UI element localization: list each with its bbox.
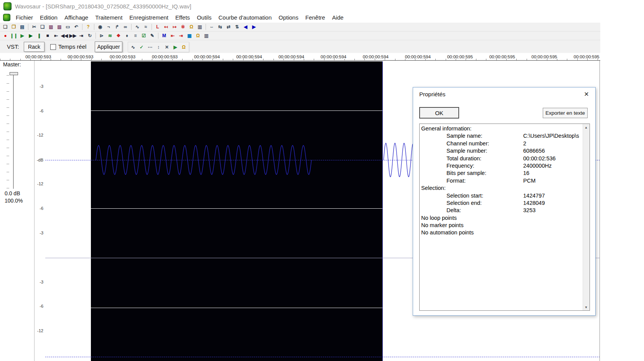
property-label: General information: bbox=[421, 125, 471, 132]
document-icon[interactable] bbox=[3, 14, 10, 21]
menu-fenetre[interactable]: Fenêtre bbox=[302, 13, 329, 22]
menu-enregistrement[interactable]: Enregistrement bbox=[126, 13, 172, 22]
new-file-icon[interactable]: ❏ bbox=[1, 23, 10, 31]
vst-play-icon[interactable]: ▶ bbox=[171, 43, 180, 51]
master-fader-track[interactable] bbox=[13, 74, 14, 189]
batch-icon[interactable]: ☑ bbox=[140, 32, 148, 40]
vst-apply-button[interactable]: Appliquer bbox=[95, 41, 122, 52]
play-icon[interactable]: ▶ bbox=[26, 32, 35, 40]
menu-effets[interactable]: Effets bbox=[172, 13, 193, 22]
selection-end-cursor[interactable] bbox=[382, 61, 383, 361]
realtime-checkbox-label[interactable]: Temps réel bbox=[58, 43, 86, 50]
menu-aide[interactable]: Aide bbox=[329, 13, 347, 22]
vst-wave-icon[interactable]: ∿ bbox=[129, 43, 137, 51]
timeline-ruler[interactable]: 00:00:00:593 00:00:00:593 00:00:00:593 0… bbox=[0, 53, 600, 61]
mute-icon[interactable]: ◉ bbox=[96, 23, 104, 31]
marker-l-icon[interactable]: L bbox=[153, 23, 162, 31]
rewind-icon[interactable]: ◀◀ bbox=[60, 32, 69, 40]
menu-options[interactable]: Options bbox=[275, 13, 302, 22]
spectrum-icon[interactable]: ≋ bbox=[106, 32, 114, 40]
master-label: Master: bbox=[3, 61, 21, 68]
pause-alt-icon[interactable]: ∥ bbox=[35, 32, 43, 40]
trash-icon[interactable]: ▥ bbox=[202, 32, 211, 40]
master-fader-handle[interactable] bbox=[10, 72, 18, 75]
property-value: 2 bbox=[523, 140, 526, 147]
app-window: Wavosaur - [SDRSharp_20180430_072508Z_43… bbox=[0, 0, 600, 361]
paste-mix-icon[interactable]: ▧ bbox=[55, 23, 64, 31]
eq-icon[interactable]: ≡ bbox=[131, 32, 140, 40]
zoom-out-icon[interactable]: ⇄ bbox=[224, 23, 233, 31]
out-point-icon[interactable]: ⇥ bbox=[177, 32, 185, 40]
marker-grid-icon[interactable]: ※ bbox=[179, 23, 187, 31]
wave-zoom-icon[interactable]: ≈ bbox=[142, 23, 150, 31]
filter-icon[interactable]: ♦ bbox=[123, 32, 131, 40]
menu-affichage[interactable]: Affichage bbox=[61, 13, 92, 22]
marker-right-icon[interactable]: ↦ bbox=[170, 23, 179, 31]
ok-button[interactable]: OK bbox=[419, 107, 459, 119]
wave-select-icon[interactable]: ∿ bbox=[133, 23, 142, 31]
vst-updown-icon[interactable]: ↕ bbox=[154, 43, 163, 51]
midi-icon[interactable]: M bbox=[160, 32, 168, 40]
db-scale-label: -6 bbox=[40, 304, 43, 308]
prop-selection-header: Selection: bbox=[420, 185, 583, 192]
vst-dots-icon[interactable]: ⋯ bbox=[146, 43, 154, 51]
scroll-up-icon[interactable]: ▴ bbox=[583, 124, 589, 130]
db-scale-label: -dB bbox=[37, 158, 43, 162]
properties-dialog: Propriétés ✕ OK Exporter en texte Genera… bbox=[413, 87, 596, 316]
menu-outils[interactable]: Outils bbox=[193, 13, 215, 22]
menu-edition[interactable]: Edition bbox=[36, 13, 61, 22]
db-scale-label: -12 bbox=[37, 328, 43, 333]
next-view-icon[interactable]: ▶ bbox=[250, 23, 258, 31]
menu-courbe-automation[interactable]: Courbe d'automation bbox=[215, 13, 275, 22]
stats-icon[interactable]: ❖ bbox=[114, 32, 123, 40]
prop-sample-name: Sample name: C:\Users\JP\Desktop\s bbox=[420, 133, 583, 140]
save-file-icon[interactable]: ▤ bbox=[18, 23, 26, 31]
vst-rack-button[interactable]: Rack bbox=[24, 42, 44, 52]
pan-icon[interactable]: ¬ bbox=[104, 23, 113, 31]
cut-icon[interactable]: ✂ bbox=[30, 23, 38, 31]
prev-view-icon[interactable]: ◀ bbox=[241, 23, 250, 31]
draw-icon[interactable]: ✎ bbox=[148, 32, 156, 40]
app-logo-icon bbox=[3, 2, 12, 10]
loop-icon[interactable]: ↻ bbox=[86, 32, 94, 40]
menu-fichier[interactable]: Fichier bbox=[12, 13, 36, 22]
property-label: No automation points bbox=[421, 229, 474, 236]
colors-icon[interactable]: ▦ bbox=[185, 32, 194, 40]
export-text-button[interactable]: Exporter en texte bbox=[543, 108, 588, 118]
stop-icon[interactable]: ■ bbox=[43, 32, 52, 40]
zoom-vertical-icon[interactable]: ⇅ bbox=[233, 23, 241, 31]
scroll-down-icon[interactable]: ▾ bbox=[583, 304, 589, 310]
vst-lock-icon[interactable]: Ω bbox=[180, 43, 188, 51]
prop-delta: Delta: 3253 bbox=[420, 207, 583, 214]
master-db-value: 0.0 dB bbox=[5, 190, 20, 196]
help-icon[interactable]: ? bbox=[84, 23, 92, 31]
property-label: Sample name: bbox=[446, 133, 483, 139]
marker-left-icon[interactable]: ↤ bbox=[162, 23, 170, 31]
play-file-icon[interactable]: ⊳ bbox=[97, 32, 106, 40]
record-icon[interactable]: ● bbox=[1, 32, 10, 40]
trim-icon[interactable]: ▭ bbox=[64, 23, 72, 31]
lock-markers-icon[interactable]: Ω bbox=[187, 23, 196, 31]
go-end-icon[interactable]: ⇥ bbox=[77, 32, 86, 40]
copy-icon[interactable]: ❑ bbox=[38, 23, 47, 31]
zoom-selection-icon[interactable]: ⇔ bbox=[208, 23, 216, 31]
close-icon[interactable]: ✕ bbox=[581, 89, 591, 99]
zoom-in-icon[interactable]: ⇆ bbox=[216, 23, 224, 31]
delete-markers-icon[interactable]: ▥ bbox=[196, 23, 204, 31]
pause-icon[interactable]: ❙❙ bbox=[10, 32, 18, 40]
dialog-scrollbar[interactable]: ▴ ▾ bbox=[583, 124, 590, 310]
vst-check-icon[interactable]: ✓ bbox=[137, 43, 146, 51]
vst-close-icon[interactable]: ✕ bbox=[163, 43, 171, 51]
paste-icon[interactable]: ▨ bbox=[47, 23, 55, 31]
in-point-icon[interactable]: ⇤ bbox=[168, 32, 177, 40]
go-start-icon[interactable]: ⇤ bbox=[52, 32, 60, 40]
lock-icon[interactable]: Ω bbox=[194, 32, 202, 40]
link-icon[interactable]: ∞ bbox=[121, 23, 130, 31]
forward-icon[interactable]: ▶▶ bbox=[69, 32, 77, 40]
play-pause-icon[interactable]: ▶ bbox=[18, 32, 26, 40]
open-file-icon[interactable]: ❐ bbox=[10, 23, 18, 31]
route-icon[interactable]: ↱ bbox=[113, 23, 121, 31]
menu-traitement[interactable]: Traitement bbox=[92, 13, 126, 22]
realtime-checkbox[interactable] bbox=[50, 44, 56, 50]
undo-icon[interactable]: ↶ bbox=[72, 23, 81, 31]
